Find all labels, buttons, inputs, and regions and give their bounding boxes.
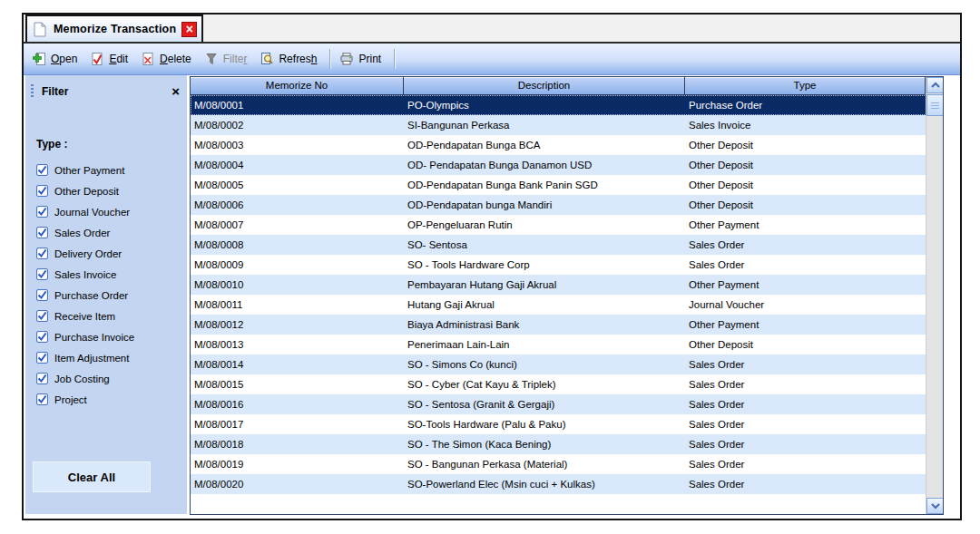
filter-checkbox-other-deposit[interactable]: Other Deposit bbox=[25, 180, 187, 201]
cell-type: Other Deposit bbox=[685, 175, 926, 195]
toolbar-button-open[interactable]: Open bbox=[27, 49, 85, 69]
table-row[interactable]: M/08/0005OD-Pendapatan Bunga Bank Panin … bbox=[191, 175, 943, 195]
checkbox-checked-icon[interactable] bbox=[36, 185, 48, 197]
filter-close-icon[interactable]: × bbox=[172, 86, 180, 97]
cell-type: Sales Order bbox=[685, 474, 926, 494]
scrollbar-down-icon[interactable] bbox=[926, 498, 944, 514]
toolbar-button-label: Print bbox=[358, 53, 381, 65]
checkbox-label: Project bbox=[54, 394, 87, 405]
cell-memorize-no: M/08/0015 bbox=[191, 374, 404, 394]
filter-panel: Filter × Type : Other PaymentOther Depos… bbox=[25, 75, 187, 514]
cell-memorize-no: M/08/0020 bbox=[191, 474, 404, 494]
cell-description: SO - Sentosa (Granit & Gergaji) bbox=[404, 394, 685, 414]
table-row[interactable]: M/08/0002SI-Bangunan PerkasaSales Invoic… bbox=[191, 115, 943, 135]
checkbox-label: Sales Invoice bbox=[54, 269, 116, 280]
memorize-transaction-window: Memorize Transaction × OpenEditDeleteFil… bbox=[22, 13, 962, 520]
scrollbar-up-icon[interactable] bbox=[926, 77, 944, 93]
checkbox-checked-icon[interactable] bbox=[36, 248, 48, 259]
filter-checkbox-job-costing[interactable]: Job Costing bbox=[25, 368, 187, 389]
printer-icon bbox=[339, 52, 354, 66]
filter-checkbox-other-payment[interactable]: Other Payment bbox=[25, 160, 187, 180]
table-row[interactable]: M/08/0006OD-Pendapatan bunga MandiriOthe… bbox=[191, 195, 943, 215]
cell-type: Sales Order bbox=[685, 374, 926, 394]
vertical-scrollbar[interactable] bbox=[926, 77, 943, 514]
column-header-type[interactable]: Type bbox=[685, 77, 926, 94]
cell-description: SO - Simons Co (kunci) bbox=[404, 354, 685, 374]
checkbox-label: Other Payment bbox=[54, 165, 124, 176]
table-row[interactable]: M/08/0019SO - Bangunan Perkasa (Material… bbox=[191, 454, 943, 474]
table-row[interactable]: M/08/0007OP-Pengeluaran RutinOther Payme… bbox=[191, 215, 943, 235]
cell-memorize-no: M/08/0013 bbox=[191, 335, 404, 354]
checkbox-checked-icon[interactable] bbox=[36, 289, 48, 301]
filter-checkbox-purchase-invoice[interactable]: Purchase Invoice bbox=[25, 326, 187, 347]
toolbar-button-filter: Filter bbox=[200, 49, 256, 69]
column-header-memorize-no[interactable]: Memorize No bbox=[191, 77, 404, 94]
filter-funnel-icon bbox=[204, 52, 219, 66]
table-row[interactable]: M/08/0020SO-Powerland Elec (Msin cuci + … bbox=[191, 474, 943, 494]
table-row[interactable]: M/08/0003OD-Pendapatan Bunga BCAOther De… bbox=[191, 135, 943, 155]
toolbar-buttons: OpenEditDeleteFilterRefreshPrint bbox=[27, 49, 399, 69]
table-row[interactable]: M/08/0012Biaya Administrasi BankOther Pa… bbox=[191, 315, 943, 335]
table-row[interactable]: M/08/0018SO - The Simon (Kaca Bening)Sal… bbox=[191, 434, 943, 454]
checkbox-checked-icon[interactable] bbox=[36, 268, 48, 280]
cell-memorize-no: M/08/0001 bbox=[191, 95, 404, 115]
open-doc-plus-icon bbox=[32, 52, 46, 66]
column-header-description[interactable]: Description bbox=[404, 77, 685, 94]
checkbox-checked-icon[interactable] bbox=[36, 310, 48, 322]
filter-checkbox-receive-item[interactable]: Receive Item bbox=[25, 306, 187, 326]
cell-type: Other Deposit bbox=[685, 155, 926, 175]
toolbar-button-label: Open bbox=[51, 53, 77, 65]
filter-checkbox-sales-invoice[interactable]: Sales Invoice bbox=[25, 264, 187, 285]
cell-description: OD-Pendapatan Bunga BCA bbox=[404, 135, 685, 155]
toolbar-button-print[interactable]: Print bbox=[335, 49, 389, 69]
checkbox-checked-icon[interactable] bbox=[36, 352, 48, 364]
cell-type: Sales Order bbox=[685, 454, 926, 474]
table-row[interactable]: M/08/0013Penerimaan Lain-LainOther Depos… bbox=[191, 335, 943, 354]
cell-description: OD- Pendapatan Bunga Danamon USD bbox=[404, 155, 685, 175]
cell-description: OD-Pendapatan bunga Mandiri bbox=[404, 195, 685, 215]
tab-close-icon[interactable]: × bbox=[181, 22, 197, 37]
filter-checkbox-delivery-order[interactable]: Delivery Order bbox=[25, 243, 187, 264]
tab-title: Memorize Transaction bbox=[54, 23, 176, 35]
cell-type: Other Deposit bbox=[685, 335, 926, 354]
tab-memorize-transaction[interactable]: Memorize Transaction × bbox=[25, 15, 203, 42]
cell-memorize-no: M/08/0018 bbox=[191, 434, 404, 454]
filter-panel-header: Filter × bbox=[25, 82, 187, 102]
cell-type: Sales Invoice bbox=[685, 115, 926, 135]
cell-memorize-no: M/08/0012 bbox=[191, 315, 404, 335]
table-row[interactable]: M/08/0017SO-Tools Hardware (Palu & Paku)… bbox=[191, 414, 943, 434]
cell-type: Purchase Order bbox=[685, 95, 926, 115]
checkbox-label: Other Deposit bbox=[54, 186, 119, 197]
checkbox-checked-icon[interactable] bbox=[36, 164, 48, 176]
table-row[interactable]: M/08/0015SO - Cyber (Cat Kayu & Triplek)… bbox=[191, 374, 943, 394]
drag-grip-icon[interactable] bbox=[31, 84, 34, 99]
table-row[interactable]: M/08/0008SO- SentosaSales Order bbox=[191, 235, 943, 255]
filter-checkbox-item-adjustment[interactable]: Item Adjustment bbox=[25, 347, 187, 368]
toolbar-button-refresh[interactable]: Refresh bbox=[255, 49, 325, 69]
checkbox-label: Job Costing bbox=[54, 374, 110, 384]
toolbar-button-edit[interactable]: Edit bbox=[85, 49, 136, 69]
checkbox-checked-icon[interactable] bbox=[36, 373, 48, 384]
filter-checkbox-journal-voucher[interactable]: Journal Voucher bbox=[25, 201, 187, 222]
filter-checkbox-list: Other PaymentOther DepositJournal Vouche… bbox=[25, 160, 187, 410]
checkbox-label: Sales Order bbox=[54, 228, 110, 238]
table-row[interactable]: M/08/0001PO-OlympicsPurchase Order bbox=[191, 95, 943, 115]
filter-checkbox-purchase-order[interactable]: Purchase Order bbox=[25, 285, 187, 306]
table-row[interactable]: M/08/0011Hutang Gaji AkrualJournal Vouch… bbox=[191, 295, 943, 315]
filter-checkbox-project[interactable]: Project bbox=[25, 389, 187, 410]
checkbox-checked-icon[interactable] bbox=[36, 331, 48, 343]
toolbar-button-delete[interactable]: Delete bbox=[136, 49, 200, 69]
table-row[interactable]: M/08/0009SO - Tools Hardware CorpSales O… bbox=[191, 255, 943, 275]
table-row[interactable]: M/08/0010Pembayaran Hutang Gaji AkrualOt… bbox=[191, 275, 943, 295]
table-row[interactable]: M/08/0014SO - Simons Co (kunci)Sales Ord… bbox=[191, 354, 943, 374]
cell-description: PO-Olympics bbox=[404, 95, 685, 115]
checkbox-checked-icon[interactable] bbox=[36, 227, 48, 238]
clear-all-button[interactable]: Clear All bbox=[33, 461, 151, 492]
checkbox-checked-icon[interactable] bbox=[36, 393, 48, 405]
filter-checkbox-sales-order[interactable]: Sales Order bbox=[25, 222, 187, 243]
toolbar-separator bbox=[329, 49, 330, 69]
table-row[interactable]: M/08/0004OD- Pendapatan Bunga Danamon US… bbox=[191, 155, 943, 175]
table-row[interactable]: M/08/0016SO - Sentosa (Granit & Gergaji)… bbox=[191, 394, 943, 414]
checkbox-checked-icon[interactable] bbox=[36, 206, 48, 218]
scrollbar-thumb[interactable] bbox=[926, 94, 944, 116]
